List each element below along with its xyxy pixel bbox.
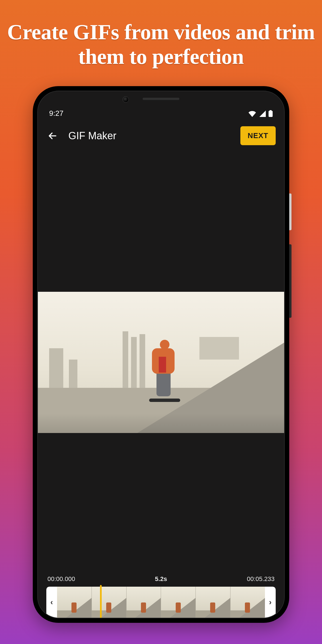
video-preview[interactable] — [38, 292, 284, 433]
timeline-thumbnails[interactable] — [57, 587, 265, 618]
arrow-left-icon — [47, 130, 58, 142]
page-title: GIF Maker — [68, 130, 231, 142]
front-camera-icon — [123, 96, 129, 103]
status-bar: 9:27 — [38, 106, 284, 121]
wifi-icon — [248, 110, 256, 117]
trim-end-time: 00:05.233 — [247, 575, 275, 583]
timeline-strip[interactable]: ‹ › — [46, 587, 276, 618]
cell-signal-icon — [259, 110, 266, 117]
playhead[interactable] — [100, 585, 102, 618]
timeline-thumb[interactable] — [92, 587, 127, 618]
promo-background: Create GIFs from videos and trim them to… — [0, 0, 322, 644]
speaker-grille-icon — [143, 98, 179, 100]
video-preview-area — [38, 151, 284, 574]
timeline-thumb[interactable] — [57, 587, 92, 618]
phone-volume-button — [289, 244, 291, 318]
phone-notch — [38, 91, 284, 106]
back-button[interactable] — [46, 130, 59, 142]
timeline-thumb[interactable] — [161, 587, 196, 618]
timeline-thumb[interactable] — [196, 587, 230, 618]
svg-rect-1 — [269, 110, 271, 111]
phone-screen: 9:27 GIF Maker NE — [37, 91, 285, 618]
phone-frame: 9:27 GIF Maker NE — [33, 86, 289, 623]
trim-handle-left[interactable]: ‹ — [46, 587, 57, 618]
timeline-thumb[interactable] — [127, 587, 161, 618]
timeline-thumb[interactable] — [230, 587, 265, 618]
promo-headline: Create GIFs from videos and trim them to… — [0, 20, 322, 69]
skateboarder-figure — [146, 337, 180, 399]
svg-rect-0 — [269, 111, 273, 117]
trim-start-time: 00:00.000 — [47, 575, 75, 583]
battery-full-icon — [268, 110, 273, 117]
trim-controls: 00:00.000 5.2s 00:05.233 ‹ — [38, 574, 284, 618]
trim-duration: 5.2s — [155, 575, 167, 583]
trim-handle-right[interactable]: › — [265, 587, 276, 618]
status-time: 9:27 — [49, 109, 64, 118]
phone-power-button — [289, 193, 291, 230]
app-bar: GIF Maker NEXT — [38, 121, 284, 151]
next-button[interactable]: NEXT — [240, 126, 276, 145]
